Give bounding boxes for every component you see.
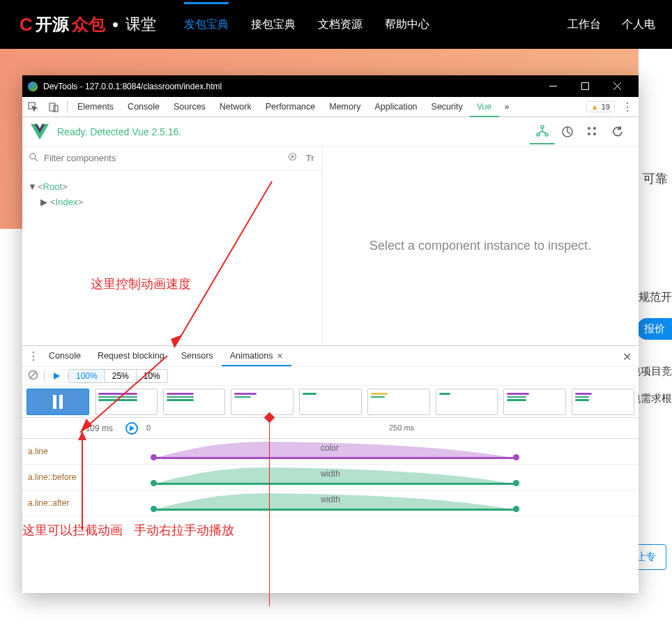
tree-row-index[interactable]: ▶ <Index> (28, 194, 316, 209)
close-tab-icon[interactable]: ✕ (274, 352, 282, 360)
anim-row-track[interactable]: width (153, 465, 639, 490)
nav-item-fabao[interactable]: 发包宝典 (184, 2, 229, 47)
devtools-drawer: ⋮ Console Request blocking Sensors Anima… (22, 345, 639, 593)
animation-group-7[interactable] (436, 389, 498, 415)
drawer-tab-sensors[interactable]: Sensors (173, 346, 222, 366)
nav-profile[interactable]: 个人电 (622, 17, 655, 32)
logo-subtitle: 课堂 (125, 14, 156, 35)
vue-inspect-pane: Select a component instance to inspect. (322, 147, 639, 345)
tab-memory[interactable]: Memory (322, 97, 367, 117)
tree-row-root[interactable]: ▼ <Root> (28, 179, 316, 194)
tab-security[interactable]: Security (425, 97, 470, 117)
playhead[interactable] (269, 418, 270, 606)
vue-component-tree-pane: Tr ▼ <Root> ▶ <Index> (22, 147, 322, 345)
tree-expand-icon[interactable]: ▼ (28, 181, 38, 192)
animation-group-8[interactable] (503, 389, 566, 415)
anim-row-1[interactable]: a.line color (22, 439, 639, 465)
window-close-button[interactable] (601, 75, 633, 97)
animation-group-5[interactable] (299, 389, 362, 415)
vue-events-icon[interactable] (580, 119, 605, 144)
drawer-tab-animations[interactable]: Animations ✕ (222, 346, 291, 366)
pause-icon (52, 395, 63, 409)
animation-group-9[interactable] (572, 389, 634, 415)
svg-rect-1 (581, 83, 588, 90)
nav-item-help[interactable]: 帮助中心 (385, 2, 429, 47)
anim-row-track[interactable]: width (153, 490, 639, 516)
anim-row-2[interactable]: a.line::before width (22, 465, 639, 490)
speed-group: 100% 25% 10% (68, 369, 168, 383)
anim-prop-label: width (321, 495, 340, 504)
timeline-play-button[interactable] (125, 422, 138, 435)
banner-text: 可靠 (639, 166, 672, 191)
nav-workbench[interactable]: 工作台 (567, 17, 601, 32)
drawer-menu-icon[interactable]: ⋮ (26, 350, 40, 363)
anim-row-3[interactable]: a.line::after width (22, 490, 639, 516)
site-logo[interactable]: C 开源 众包 ● 课堂 (20, 13, 156, 36)
side-quote-button[interactable]: 报价 (637, 318, 672, 340)
drawer-close-icon[interactable]: ✕ (623, 350, 632, 363)
svg-point-9 (541, 126, 544, 128)
animation-group-3[interactable] (163, 389, 226, 415)
svg-point-15 (588, 133, 590, 135)
window-minimize-button[interactable] (537, 75, 569, 97)
speed-10[interactable]: 10% (136, 370, 167, 382)
vue-refresh-icon[interactable] (605, 119, 630, 144)
vue-filter-bar: Tr (22, 147, 321, 170)
devtools-title: DevTools - 127.0.0.1:8084/classroom/inde… (43, 82, 537, 91)
logo-c-icon: C (20, 14, 33, 36)
speed-100[interactable]: 100% (69, 370, 105, 382)
speed-25[interactable]: 25% (105, 370, 136, 382)
tabs-overflow-icon[interactable]: » (499, 102, 515, 112)
vue-panel-header: Ready. Detected Vue 2.5.16. (22, 117, 639, 147)
target-icon[interactable] (287, 151, 298, 165)
vue-components-icon[interactable] (530, 119, 555, 144)
animation-group-1[interactable] (26, 389, 89, 415)
vue-panel-body: Tr ▼ <Root> ▶ <Index> Select a component… (22, 147, 639, 345)
warnings-badge[interactable]: ▲19 (586, 101, 615, 112)
devtools-titlebar[interactable]: DevTools - 127.0.0.1:8084/classroom/inde… (22, 75, 639, 97)
drawer-tab-request-blocking[interactable]: Request blocking (89, 346, 173, 366)
animation-group-2[interactable] (95, 389, 158, 415)
animation-rows: a.line color a.line::before width (22, 439, 639, 516)
pause-animations-button[interactable] (50, 370, 63, 382)
anim-row-label: a.line (22, 446, 153, 456)
tick-0: 0 (146, 423, 151, 432)
timeline-ruler[interactable]: 0 250 ms (146, 418, 639, 438)
devtools-menu-icon[interactable]: ⋮ (620, 100, 634, 114)
annotation-drag: 手动右拉手动播放 (134, 522, 234, 539)
warning-icon: ▲ (591, 103, 599, 111)
window-maximize-button[interactable] (569, 75, 601, 97)
tab-console[interactable]: Console (121, 97, 167, 117)
svg-marker-23 (54, 373, 60, 380)
nav-item-jiebao[interactable]: 接包宝典 (251, 2, 296, 47)
nav-items: 发包宝典 接包宝典 文档资源 帮助中心 (184, 2, 429, 47)
chrome-icon (28, 82, 38, 91)
clear-icon[interactable] (28, 370, 38, 383)
nav-right: 工作台 个人电 (567, 17, 655, 32)
vue-vuex-icon[interactable] (555, 119, 580, 144)
animation-group-4[interactable] (231, 389, 293, 415)
tab-performance[interactable]: Performance (259, 97, 323, 117)
svg-point-20 (291, 156, 293, 158)
search-icon (29, 152, 38, 165)
devtools-tabs: Elements Console Sources Network Perform… (22, 97, 639, 117)
tab-vue[interactable]: Vue (470, 97, 499, 117)
format-icon[interactable]: Tr (306, 153, 314, 163)
filter-components-input[interactable] (44, 153, 279, 163)
tab-network[interactable]: Network (213, 97, 259, 117)
tab-application[interactable]: Application (367, 97, 424, 117)
nav-item-docs[interactable]: 文档资源 (318, 2, 362, 47)
side-text-1: 规范开 (639, 290, 672, 305)
svg-line-18 (35, 158, 38, 161)
svg-point-17 (30, 153, 36, 159)
animation-group-6[interactable] (367, 389, 430, 415)
anim-row-track[interactable]: color (153, 439, 639, 464)
annotation-intercept: 这里可以拦截动画 (22, 522, 123, 539)
logo-text-1: 开源 (36, 13, 69, 36)
tab-elements[interactable]: Elements (70, 97, 121, 117)
tab-sources[interactable]: Sources (167, 97, 213, 117)
tree-expand-icon[interactable]: ▶ (40, 197, 50, 207)
inspect-element-icon[interactable] (22, 102, 43, 112)
device-toolbar-icon[interactable] (43, 102, 64, 112)
drawer-tab-console[interactable]: Console (40, 346, 89, 366)
